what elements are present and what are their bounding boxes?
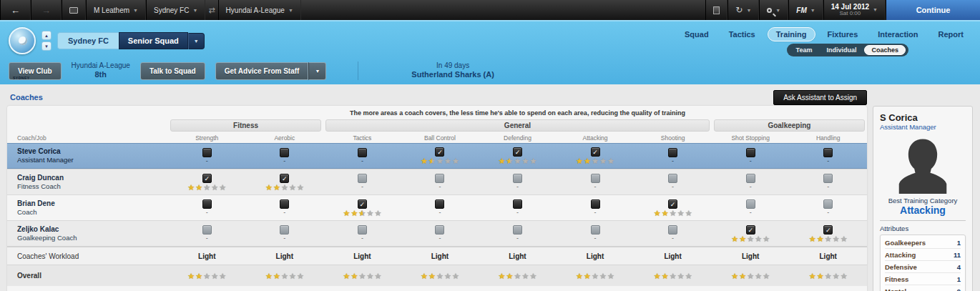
- training-area-cell: ✓★★★★★: [634, 199, 712, 217]
- training-area-checkbox[interactable]: ✓: [513, 147, 522, 157]
- chevron-down-icon: ▼: [288, 8, 293, 13]
- training-area-checkbox[interactable]: ✓: [435, 147, 444, 157]
- notes-button[interactable]: [705, 0, 727, 20]
- nav-tab-report[interactable]: Report: [931, 28, 971, 41]
- training-area-checkbox: [358, 225, 367, 235]
- training-area-checkbox[interactable]: ✓: [280, 174, 289, 183]
- training-area-checkbox[interactable]: [513, 199, 522, 209]
- star-icon: ★: [366, 209, 374, 217]
- page-title: Coaches: [7, 93, 43, 102]
- training-area-checkbox: [513, 225, 522, 235]
- training-area-checkbox[interactable]: [746, 148, 755, 157]
- training-area-checkbox[interactable]: [591, 199, 600, 209]
- coach-role: Coach: [17, 208, 168, 217]
- back-button[interactable]: ←: [0, 0, 31, 20]
- column-header-shooting: Shooting: [634, 132, 712, 143]
- training-area-cell: -: [168, 225, 246, 242]
- training-area-checkbox[interactable]: [202, 148, 212, 157]
- next-match[interactable]: In 49 days Sutherland Sharks (A): [411, 61, 494, 80]
- overall-star-cell: ★★★★★: [401, 272, 479, 280]
- training-area-checkbox[interactable]: [280, 148, 289, 157]
- fm-menu-button[interactable]: FM▼: [788, 0, 823, 20]
- training-area-checkbox[interactable]: [435, 199, 444, 209]
- training-area-checkbox[interactable]: ✓: [202, 174, 212, 183]
- star-icon: ★: [451, 157, 459, 164]
- coach-row[interactable]: Steve CoricaAssistant Manager---✓★★★★★✓★…: [7, 143, 867, 169]
- overall-row: Overall★★★★★★★★★★★★★★★★★★★★★★★★★★★★★★★★★…: [7, 265, 867, 286]
- star-icon: ★: [203, 184, 211, 191]
- stepper-down-button[interactable]: ▼: [41, 41, 52, 51]
- no-rating-dash: -: [361, 158, 363, 164]
- nav-tab-interaction[interactable]: Interaction: [870, 28, 926, 41]
- get-advice-dropdown[interactable]: ▼: [308, 62, 326, 80]
- coach-cell: Brian DeneCoach: [7, 199, 168, 217]
- world-button[interactable]: ↻▼: [727, 0, 759, 20]
- home-button[interactable]: [62, 0, 86, 20]
- ask-assistant-button[interactable]: Ask Assistant to Assign: [773, 90, 867, 105]
- star-icon: ★: [685, 272, 692, 280]
- training-area-checkbox[interactable]: ✓: [358, 199, 367, 209]
- training-area-checkbox: [435, 174, 444, 183]
- overall-star-cell: ★★★★★: [712, 272, 790, 280]
- no-rating-dash: -: [438, 184, 441, 190]
- squad-selector-dropdown[interactable]: ▼: [188, 33, 205, 49]
- club-menu[interactable]: Sydney FC▼: [146, 0, 205, 20]
- column-header-ball-control: Ball Control: [401, 132, 479, 143]
- star-icon: ★: [584, 157, 592, 164]
- star-rating: ★★★★★: [576, 272, 615, 280]
- star-icon: ★: [840, 272, 848, 280]
- stepper-up-button[interactable]: ▲: [41, 31, 52, 40]
- nav-tab-squad[interactable]: Squad: [677, 28, 717, 41]
- manager-menu[interactable]: M Leathem▼: [86, 0, 146, 20]
- get-advice-button[interactable]: Get Advice From Staff: [215, 62, 309, 80]
- star-icon: ★: [747, 235, 755, 242]
- club-toolbar: View Club Hyundai A-League 8th Talk to S…: [0, 57, 980, 84]
- subnav-tab-individual[interactable]: Individual: [820, 46, 863, 54]
- star-icon: ★: [514, 157, 521, 164]
- training-area-checkbox[interactable]: ✓: [823, 225, 833, 235]
- star-icon: ★: [661, 209, 669, 217]
- star-icon: ★: [351, 209, 358, 217]
- subnav-tab-coaches[interactable]: Coaches: [864, 45, 906, 55]
- training-area-checkbox[interactable]: ✓: [668, 199, 677, 209]
- column-header-defending: Defending: [479, 132, 557, 143]
- coach-role: Fitness Coach: [17, 182, 168, 191]
- no-rating-dash: -: [750, 184, 752, 190]
- subnav-tab-team[interactable]: Team: [790, 46, 819, 54]
- league-menu[interactable]: Hyundai A-League▼: [218, 0, 301, 20]
- search-button[interactable]: ▼: [759, 0, 788, 20]
- training-area-checkbox[interactable]: ✓: [746, 225, 755, 235]
- coach-row[interactable]: Brian DeneCoach--✓★★★★★---✓★★★★★--: [7, 194, 867, 220]
- category-group-general: General: [325, 119, 710, 132]
- league-position[interactable]: Hyundai A-League 8th: [72, 61, 130, 80]
- coach-role: Goalkeeping Coach: [17, 234, 168, 242]
- talk-to-squad-button[interactable]: Talk to Squad: [140, 62, 205, 80]
- star-icon: ★: [451, 272, 459, 280]
- club-name-label: Sydney FC: [57, 32, 119, 49]
- training-area-checkbox[interactable]: [358, 148, 367, 157]
- overall-label: Overall: [7, 272, 168, 280]
- nav-tab-fixtures[interactable]: Fixtures: [820, 28, 866, 41]
- forward-button[interactable]: →: [31, 0, 62, 20]
- training-area-checkbox[interactable]: [823, 148, 833, 157]
- continue-button[interactable]: Continue: [886, 0, 980, 20]
- club-badge: [9, 27, 36, 54]
- star-icon: ★: [739, 235, 747, 242]
- nav-tab-training[interactable]: Training: [768, 27, 815, 41]
- training-area-checkbox: [202, 225, 212, 235]
- coach-row[interactable]: Craig DuncanFitness Coach✓★★★★★✓★★★★★---…: [7, 169, 867, 194]
- chevron-down-icon: ▼: [192, 8, 197, 13]
- training-area-checkbox[interactable]: [202, 199, 212, 209]
- coach-row[interactable]: Zeljko KalacGoalkeeping Coach-------✓★★★…: [7, 220, 867, 246]
- star-icon: ★: [599, 157, 607, 164]
- training-area-checkbox[interactable]: [668, 148, 677, 157]
- star-icon: ★: [739, 272, 747, 280]
- best-category-value: Attacking: [880, 204, 966, 216]
- squad-selector[interactable]: Senior Squad: [119, 32, 188, 49]
- training-area-checkbox[interactable]: ✓: [591, 147, 600, 157]
- league-name: Hyundai A-League: [226, 6, 285, 14]
- nav-tab-tactics[interactable]: Tactics: [721, 28, 763, 41]
- coach-role: Assistant Manager: [17, 156, 168, 164]
- training-area-checkbox[interactable]: [280, 199, 289, 209]
- date-display[interactable]: 14 Jul 2012Sat 0:00 ▼: [823, 0, 886, 20]
